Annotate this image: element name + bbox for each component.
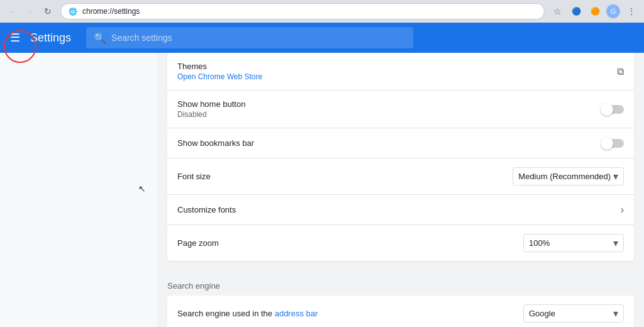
font-size-label: Font size bbox=[177, 172, 211, 181]
show-home-button-label: Show home button bbox=[177, 99, 245, 109]
font-size-select[interactable]: Medium (Recommended) ▾ bbox=[513, 167, 624, 186]
themes-sublabel[interactable]: Open Chrome Web Store bbox=[177, 72, 262, 81]
search-icon: 🔍 bbox=[94, 32, 106, 44]
reload-button[interactable]: ↻ bbox=[40, 4, 55, 19]
search-bar: 🔍 bbox=[86, 27, 413, 48]
profile-icon-2[interactable]: 🟠 bbox=[587, 4, 602, 19]
url-text: chrome://settings bbox=[82, 7, 140, 16]
browser-chrome: ← → ↻ 🌐 chrome://settings ☆ 🔵 🟠 G ⋮ bbox=[0, 0, 644, 23]
forward-button[interactable]: → bbox=[23, 4, 38, 19]
search-engine-arrow-icon: ▾ bbox=[613, 308, 618, 319]
browser-wrapper: ← → ↻ 🌐 chrome://settings ☆ 🔵 🟠 G ⋮ ☰ Se… bbox=[0, 0, 644, 327]
show-bookmarks-bar-toggle[interactable] bbox=[602, 139, 624, 148]
search-engine-select[interactable]: Google ▾ bbox=[523, 304, 624, 323]
more-menu-icon[interactable]: ⋮ bbox=[624, 4, 639, 19]
show-bookmarks-bar-label: Show bookmarks bar bbox=[177, 138, 254, 148]
search-engine-value: Google bbox=[529, 309, 555, 318]
show-home-button-sublabel: Disabled bbox=[177, 110, 245, 119]
customize-fonts-chevron-icon: › bbox=[621, 204, 624, 216]
bookmark-icon[interactable]: ☆ bbox=[550, 4, 565, 19]
profile-icon-1[interactable]: 🔵 bbox=[569, 4, 584, 19]
settings-title: Settings bbox=[30, 31, 71, 45]
toolbar-icons: ☆ 🔵 🟠 G ⋮ bbox=[550, 4, 639, 19]
address-bar[interactable]: 🌐 chrome://settings bbox=[60, 3, 545, 19]
search-engine-label-prefix: Search engine used in the bbox=[177, 309, 275, 318]
themes-info: Themes Open Chrome Web Store bbox=[177, 62, 262, 81]
appearance-card: Themes Open Chrome Web Store ⧉ Show home… bbox=[167, 53, 634, 261]
page-zoom-arrow-icon: ▾ bbox=[613, 237, 618, 249]
show-bookmarks-bar-info: Show bookmarks bar bbox=[177, 138, 254, 148]
back-button[interactable]: ← bbox=[5, 4, 20, 19]
themes-row: Themes Open Chrome Web Store ⧉ bbox=[167, 53, 634, 91]
font-size-row: Font size Medium (Recommended) ▾ bbox=[167, 158, 634, 195]
page-zoom-label: Page zoom bbox=[177, 238, 219, 248]
search-engine-section-title: Search engine bbox=[157, 271, 644, 296]
address-bar-link[interactable]: address bar bbox=[275, 309, 318, 318]
sidebar bbox=[0, 53, 157, 327]
search-input[interactable] bbox=[111, 33, 406, 43]
search-engine-used-label: Search engine used in the address bar bbox=[177, 309, 318, 318]
search-engine-used-row: Search engine used in the address bar Go… bbox=[167, 296, 634, 327]
show-home-button-row: Show home button Disabled bbox=[167, 91, 634, 128]
page-zoom-row: Page zoom 100% ▾ bbox=[167, 225, 634, 261]
font-size-arrow-icon: ▾ bbox=[613, 170, 618, 182]
avatar[interactable]: G bbox=[606, 4, 620, 18]
show-home-button-info: Show home button Disabled bbox=[177, 99, 245, 119]
search-engine-card: Search engine used in the address bar Go… bbox=[167, 296, 634, 327]
menu-icon[interactable]: ☰ bbox=[10, 31, 20, 45]
page-zoom-select[interactable]: 100% ▾ bbox=[523, 234, 624, 252]
customize-fonts-row[interactable]: Customize fonts › bbox=[167, 195, 634, 225]
page-zoom-value: 100% bbox=[529, 238, 550, 248]
themes-label: Themes bbox=[177, 62, 262, 71]
customize-fonts-label: Customize fonts bbox=[177, 205, 236, 214]
show-bookmarks-bar-row: Show bookmarks bar bbox=[167, 128, 634, 158]
main-content: Themes Open Chrome Web Store ⧉ Show home… bbox=[0, 53, 644, 327]
content-area: Themes Open Chrome Web Store ⧉ Show home… bbox=[157, 53, 644, 327]
nav-buttons: ← → ↻ bbox=[5, 4, 55, 19]
search-engine-used-info: Search engine used in the address bar bbox=[177, 309, 318, 318]
themes-external-link-icon[interactable]: ⧉ bbox=[617, 66, 624, 77]
font-size-value: Medium (Recommended) bbox=[518, 172, 611, 181]
settings-header: ☰ Settings 🔍 bbox=[0, 23, 644, 53]
site-icon: 🌐 bbox=[69, 8, 77, 16]
show-home-button-toggle[interactable] bbox=[602, 105, 624, 114]
